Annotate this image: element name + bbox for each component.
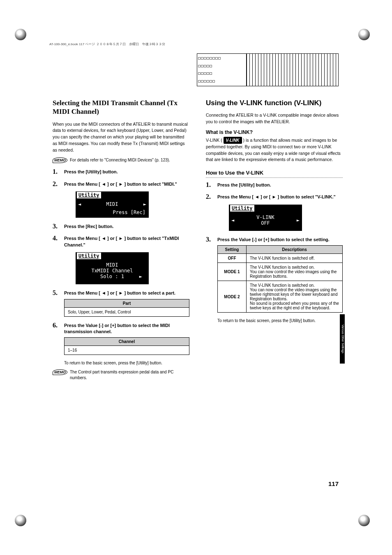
step-2: Press the Menu [ ◄ ] or [ ► ] button to … xyxy=(217,194,343,200)
arrow-left-icon: ◄ xyxy=(231,217,234,223)
table-header: Part xyxy=(65,299,189,307)
vlink-settings-table: Setting Descriptions OFF The V-LINK func… xyxy=(217,245,343,313)
intro-text: Connecting the ATELIER to a V-LINK compa… xyxy=(206,112,343,125)
table-cell-setting: OFF xyxy=(218,254,247,263)
return-note: To return to the basic screen, press the… xyxy=(217,318,343,323)
section-title-tx-midi: Selecting the MIDI Transmit Channel (Tx … xyxy=(53,99,189,116)
print-mark-icon xyxy=(15,515,26,526)
lcd-header: Utility xyxy=(76,252,101,260)
step-1: Press the [Utility] button. xyxy=(217,182,343,188)
howto-title: How to Use the V-LINK xyxy=(206,170,343,178)
table-row: Solo, Upper, Lower, Pedal, Control xyxy=(65,307,189,316)
memo-text: The Control part transmits expression pe… xyxy=(70,369,189,381)
step-6: Press the Value [-] or [+] button to sel… xyxy=(64,322,189,335)
step-4: Press the Menu [ ◄ ] or [ ► ] button to … xyxy=(64,235,189,248)
lcd-txmidi: Utility MIDI TxMIDI Channel Solo : 1 ► xyxy=(76,252,149,284)
section-title-vlink: Using the V-LINK function (V-LINK) xyxy=(206,99,343,107)
lcd-bottom: Press [Rec] xyxy=(76,210,149,215)
table-row: 1–16 xyxy=(65,346,189,355)
vlink-question-title: What is the V-LINK? xyxy=(206,129,343,135)
lcd-line: MIDI xyxy=(80,262,145,268)
lcd-line: Solo : 1 xyxy=(100,274,124,279)
arrow-right-icon: ► xyxy=(139,274,142,279)
memo-text: For details refer to "Connecting MIDI De… xyxy=(70,157,170,163)
page-header-meta: AT-100-300_e.book 117 ページ ２００８年５月７日 水曜日 … xyxy=(49,42,165,46)
content-columns: Selecting the MIDI Transmit Channel (Tx … xyxy=(53,99,343,387)
table-cell-setting: MODE 1 xyxy=(218,263,247,281)
steps-list: Press the [Utility] button. Press the Me… xyxy=(206,182,343,323)
step-5: Press the Menu [ ◄ ] or [ ► ] button to … xyxy=(64,290,189,296)
memo-row: MEMO The Control part transmits expressi… xyxy=(53,369,189,381)
print-mark-icon xyxy=(15,29,26,40)
device-diagram xyxy=(197,53,339,86)
text-prefix: V-LINK ( xyxy=(206,138,222,143)
memo-row: MEMO For details refer to "Connecting MI… xyxy=(53,157,189,163)
vlink-question-text: V-LINK ( V-LINK ) is a function that all… xyxy=(206,137,343,163)
step-2: Press the Menu [ ◄ ] or [ ► ] button to … xyxy=(64,181,189,187)
channel-table: Channel 1–16 xyxy=(64,337,189,355)
memo-icon: MEMO xyxy=(53,369,67,375)
print-mark-icon xyxy=(358,515,370,526)
side-tab: Various Other Settings xyxy=(340,314,345,364)
return-note: To return to the basic screen, press the… xyxy=(64,361,189,365)
lcd-line: TxMIDI Channel xyxy=(80,268,145,274)
memo-icon: MEMO xyxy=(53,157,67,163)
lcd-header: Utility xyxy=(230,205,255,212)
table-cell-setting: MODE 2 xyxy=(218,281,247,313)
left-column: Selecting the MIDI Transmit Channel (Tx … xyxy=(53,99,189,387)
table-cell-desc: The V-LINK function is switched on. You … xyxy=(247,281,343,313)
arrow-right-icon: ► xyxy=(143,201,146,207)
step-1: Press the [Utility] button. xyxy=(64,169,189,175)
right-column: Using the V-LINK function (V-LINK) Conne… xyxy=(206,99,343,387)
page-number: 117 xyxy=(328,480,339,487)
table-cell-desc: The V-LINK function is switched on. You … xyxy=(247,263,343,281)
lcd-midi: Utility ◄ MIDI ► Press [Rec] xyxy=(76,191,149,218)
table-header: Setting xyxy=(218,246,247,254)
lcd-line: OFF xyxy=(233,220,298,226)
steps-list: Press the [Utility] button. Press the Me… xyxy=(53,169,189,355)
device-diagram-keys xyxy=(247,54,338,86)
step-3: Press the [Rec] button. xyxy=(64,223,189,230)
table-cell-desc: The V-LINK function is switched off. xyxy=(247,254,343,263)
arrow-right-icon: ► xyxy=(297,217,300,223)
device-diagram-panel xyxy=(197,54,247,86)
part-table: Part Solo, Upper, Lower, Pedal, Control xyxy=(64,299,189,317)
intro-text: When you use the MIDI connectors of the … xyxy=(53,121,189,154)
print-mark-icon xyxy=(358,29,370,40)
vlink-badge-icon: V-LINK xyxy=(224,137,242,144)
lcd-line: V-LINK xyxy=(233,214,298,220)
arrow-left-icon: ◄ xyxy=(78,201,81,207)
table-header: Channel xyxy=(65,338,189,346)
table-header: Descriptions xyxy=(247,246,343,254)
lcd-header: Utility xyxy=(76,191,101,199)
lcd-vlink: Utility ◄ V-LINK OFF ► xyxy=(229,205,302,231)
step-3: Press the Value [-] or [+] button to sel… xyxy=(217,237,343,243)
lcd-line: MIDI xyxy=(106,201,118,207)
